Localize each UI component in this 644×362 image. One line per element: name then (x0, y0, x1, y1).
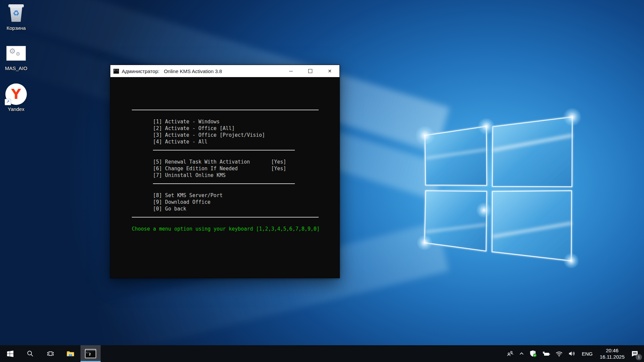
lens-flare (563, 253, 579, 269)
cmd-icon: C:\ (113, 69, 119, 74)
desktop-icon-recycle-bin[interactable]: ♻ Корзина (1, 2, 32, 31)
wifi-icon (555, 350, 563, 357)
console-line: [1] Activate - Windows (132, 118, 339, 125)
search-button[interactable] (20, 345, 40, 362)
lens-flare (476, 202, 492, 218)
desktop-icon-label: MAS_AIO (1, 65, 32, 71)
clock-time: 20:46 (600, 347, 625, 354)
cmd-window: C:\ Администратор: Online KMS Activation… (110, 65, 340, 278)
battery-charging-icon (542, 350, 550, 357)
clock-date: 16.11.2025 (600, 354, 625, 360)
console-divider (132, 105, 339, 112)
lens-flare (478, 118, 495, 135)
window-title-prefix: Администратор: (122, 68, 159, 74)
hidden-icons-button[interactable] (516, 345, 527, 362)
taskbar-clock[interactable]: 20:46 16.11.2025 (596, 347, 628, 360)
minimize-icon (289, 71, 293, 71)
console-line: [0] Go back (132, 205, 339, 212)
system-tray: ENG 20:46 16.11.2025 1 (504, 345, 644, 362)
chevron-up-icon (519, 351, 525, 357)
language-indicator[interactable]: ENG (578, 345, 597, 362)
task-view-button[interactable] (40, 345, 60, 362)
console-blank-line (132, 185, 339, 192)
desktop: ♻ Корзина ⚙ ⚙ MAS_AIO Y ↗ Yandex C:\ Адм… (0, 0, 644, 362)
console-line: [3] Activate - Office [Project/Visio] (132, 132, 339, 138)
console-line: [9] Download Office (132, 199, 339, 205)
start-button[interactable] (0, 345, 20, 362)
taskbar-cmd-button[interactable]: ··· C:\ (80, 345, 101, 362)
console-output[interactable]: [1] Activate - Windows [2] Activate - Of… (110, 77, 339, 278)
lens-flare (563, 108, 582, 126)
console-divider (132, 179, 339, 185)
maximize-icon (308, 69, 312, 73)
action-center-button[interactable]: 1 (628, 345, 644, 362)
file-explorer-button[interactable] (60, 345, 80, 362)
console-line: [5] Renewal Task With Activation [Yes] (132, 159, 339, 165)
maximize-button[interactable] (301, 65, 320, 77)
close-icon: ✕ (328, 69, 332, 73)
file-explorer-icon (66, 350, 74, 357)
console-line: [2] Activate - Office [All] (132, 125, 339, 132)
lens-flare (415, 125, 435, 145)
notification-badge: 1 (636, 354, 642, 360)
window-title: Online KMS Activation 3.8 (164, 68, 222, 74)
close-button[interactable]: ✕ (320, 65, 339, 77)
speaker-icon (568, 350, 576, 357)
shield-icon (529, 350, 537, 357)
shortcut-arrow-icon: ↗ (5, 99, 11, 105)
lens-flare (417, 235, 433, 251)
battery-button[interactable] (539, 345, 553, 362)
cmd-window-icon: ··· C:\ (85, 349, 96, 358)
windows-start-icon (7, 351, 13, 357)
console-blank-line (132, 152, 339, 159)
console-prompt-line: Choose a menu option using your keyboard… (132, 226, 339, 232)
console-line: [7] Uninstall Online KMS (132, 172, 339, 179)
wifi-button[interactable] (553, 345, 566, 362)
desktop-icon-label: Корзина (1, 25, 32, 31)
defender-button[interactable] (527, 345, 539, 362)
batch-file-icon: ⚙ ⚙ (6, 46, 26, 61)
minimize-button[interactable] (281, 65, 301, 77)
console-blank-line (132, 112, 339, 118)
task-view-icon (47, 350, 54, 357)
people-button[interactable] (504, 345, 516, 362)
people-icon (506, 350, 514, 357)
console-line: [6] Change Edition If Needed [Yes] (132, 165, 339, 172)
volume-button[interactable] (566, 345, 578, 362)
desktop-icon-label: Yandex (1, 106, 32, 112)
desktop-icon-mas-aio[interactable]: ⚙ ⚙ MAS_AIO (1, 42, 32, 71)
desktop-icon-yandex[interactable]: Y ↗ Yandex (1, 83, 32, 112)
console-divider (132, 212, 339, 219)
taskbar: ··· C:\ (0, 345, 644, 362)
window-titlebar[interactable]: C:\ Администратор: Online KMS Activation… (110, 65, 339, 77)
console-line: [4] Activate - All (132, 138, 339, 145)
console-divider (132, 145, 339, 152)
search-icon (27, 350, 34, 357)
console-line: [8] Set KMS Server/Port (132, 192, 339, 199)
console-blank-line (132, 219, 339, 226)
recycle-bin-icon: ♻ (8, 4, 24, 22)
